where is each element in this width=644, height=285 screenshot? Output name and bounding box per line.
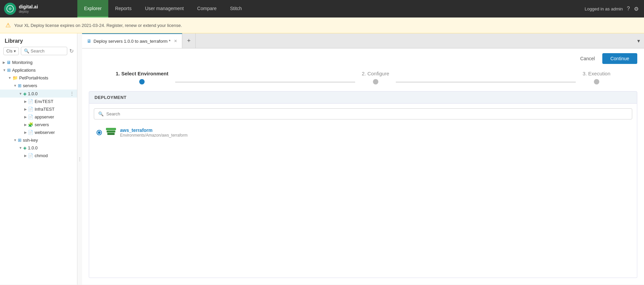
folder-icon: 📁: [12, 75, 18, 80]
tree-label: chmod: [35, 153, 48, 158]
search-input[interactable]: [31, 48, 64, 54]
nav-item-compare[interactable]: Compare: [190, 0, 223, 17]
environment-details: aws_terraform Environments/Amazon/aws_te…: [120, 128, 188, 138]
arrow-icon: ▼: [3, 68, 6, 72]
tree-label: Applications: [12, 68, 36, 73]
library-title: Library: [0, 33, 77, 47]
settings-icon[interactable]: ⚙: [634, 6, 639, 12]
tree-item-chmod[interactable]: ▶ 📄 chmod: [0, 152, 77, 159]
arrow-icon: ▶: [24, 100, 27, 103]
grid-icon: ⊞: [18, 138, 22, 143]
svg-rect-3: [107, 131, 115, 133]
arrow-icon: ▶: [24, 154, 27, 157]
puzzle-icon: 🧩: [28, 122, 33, 127]
logo-sub: deploy: [19, 10, 38, 13]
tab-close-button[interactable]: ✕: [174, 39, 177, 43]
ci-dropdown[interactable]: CIs ▾: [3, 47, 19, 55]
main-layout: Library CIs ▾ 🔍 ↻ ▶ 🖥 Monitoring ▼ ⊞: [0, 33, 644, 285]
doc-icon: 📄: [28, 130, 33, 135]
radio-selected: [98, 131, 101, 134]
step-connector-2: [396, 82, 576, 82]
tree-item-envtest[interactable]: ▶ 📄 EnvTEST: [0, 98, 77, 105]
environment-item-aws-terraform[interactable]: aws_terraform Environments/Amazon/aws_te…: [94, 124, 632, 141]
tree-item-version-1-0-0[interactable]: ▼ ◈ 1.0.0 ⋮: [0, 90, 77, 98]
nav-item-reports[interactable]: Reports: [108, 0, 138, 17]
tree-label: PetPortalHosts: [19, 75, 48, 80]
search-bar: CIs ▾ 🔍 ↻: [0, 47, 77, 59]
logo-area: digital.ai deploy: [0, 3, 77, 15]
tree-item-webserver[interactable]: ▶ 📄 webserver: [0, 129, 77, 136]
doc-icon: 📄: [28, 153, 33, 158]
env-search-icon: 🔍: [98, 111, 104, 116]
tabs-bar: 🖥 Deploy servers 1.0.0 to aws_terraform …: [82, 33, 644, 48]
step-3: 3. Execution: [582, 71, 610, 84]
help-icon[interactable]: ?: [627, 6, 630, 12]
tree-label: servers: [23, 83, 37, 88]
cube-icon: ◈: [23, 145, 27, 150]
continue-button[interactable]: Continue: [602, 53, 637, 64]
tab-icon: 🖥: [87, 38, 91, 44]
nav-items: Explorer Reports User management Compare…: [77, 0, 249, 17]
apps-icon: ⊞: [7, 68, 11, 73]
tree-item-ssh-key[interactable]: ▼ ⊞ ssh-key: [0, 136, 77, 144]
step-connector-1: [175, 82, 355, 82]
nav-item-explorer[interactable]: Explorer: [77, 0, 108, 17]
tree-item-servers[interactable]: ▼ ⊞ servers: [0, 82, 77, 90]
warning-banner: ⚠ Your XL Deploy license expires on 2021…: [0, 17, 644, 33]
environment-icon: [106, 128, 116, 137]
search-input-wrap: 🔍: [21, 47, 67, 55]
tree-label: webserver: [35, 130, 55, 135]
svg-rect-2: [106, 128, 116, 130]
tree-area: ▶ 🖥 Monitoring ▼ ⊞ Applications ▼ 📁 PetP…: [0, 59, 77, 285]
arrow-icon: ▶: [3, 61, 5, 64]
tree-label: 1.0.0: [28, 91, 38, 96]
tree-label: servers: [35, 122, 49, 127]
tree-item-petportalhosts[interactable]: ▼ 📁 PetPortalHosts: [0, 74, 77, 82]
arrow-icon: ▼: [13, 84, 17, 87]
logged-in-label: Logged in as admin: [585, 6, 623, 11]
step-2: 2. Configure: [362, 71, 389, 84]
grid-icon: ⊞: [18, 83, 22, 88]
warning-icon: ⚠: [5, 22, 11, 29]
step-1: 1. Select Environment: [116, 71, 168, 84]
cancel-button[interactable]: Cancel: [576, 54, 599, 63]
more-options-icon[interactable]: ⋮: [70, 91, 74, 96]
tab-dropdown-icon[interactable]: ▾: [633, 38, 644, 44]
arrow-icon: ▶: [24, 115, 27, 119]
chevron-down-icon: ▾: [14, 49, 16, 54]
tree-item-applications[interactable]: ▼ ⊞ Applications: [0, 66, 77, 74]
arrow-icon: ▼: [19, 146, 22, 150]
step-3-dot: [594, 79, 599, 84]
radio-button[interactable]: [97, 130, 102, 135]
environment-path: Environments/Amazon/aws_terraform: [120, 133, 188, 138]
tree-label: Monitoring: [12, 60, 33, 65]
deploy-tab[interactable]: 🖥 Deploy servers 1.0.0 to aws_terraform …: [82, 33, 182, 48]
stepper: 1. Select Environment 2. Configure 3. Ex…: [82, 64, 644, 91]
search-icon: 🔍: [24, 48, 29, 54]
tree-label: appserver: [35, 114, 54, 119]
deploy-panel: Cancel Continue 1. Select Environment 2.…: [82, 48, 644, 285]
tree-item-version-1-0-0-b[interactable]: ▼ ◈ 1.0.0: [0, 144, 77, 152]
step-1-label: 1. Select Environment: [116, 71, 168, 76]
environment-search-input[interactable]: [106, 111, 628, 116]
svg-rect-4: [107, 133, 115, 135]
nav-item-user-management[interactable]: User management: [138, 0, 190, 17]
sidebar: Library CIs ▾ 🔍 ↻ ▶ 🖥 Monitoring ▼ ⊞: [0, 33, 77, 285]
refresh-icon[interactable]: ↻: [69, 48, 74, 54]
tree-item-infratest[interactable]: ▶ 📄 InfraTEST: [0, 105, 77, 113]
doc-icon: 📄: [28, 114, 33, 119]
arrow-icon: ▼: [19, 92, 22, 96]
deployment-header: DEPLOYMENT: [89, 91, 637, 104]
arrow-icon: ▶: [24, 123, 27, 127]
step-2-dot: [373, 79, 378, 84]
tree-item-appserver[interactable]: ▶ 📄 appserver: [0, 113, 77, 121]
vertical-divider[interactable]: ⋮: [77, 33, 82, 285]
arrow-icon: ▶: [24, 131, 27, 134]
new-tab-button[interactable]: +: [182, 33, 196, 48]
deployment-section: DEPLOYMENT 🔍: [82, 91, 644, 285]
tree-item-monitoring[interactable]: ▶ 🖥 Monitoring: [0, 59, 77, 66]
tree-item-servers-child[interactable]: ▶ 🧩 servers: [0, 121, 77, 129]
svg-point-1: [9, 8, 11, 9]
nav-item-stitch[interactable]: Stitch: [223, 0, 249, 17]
doc-icon: 📄: [28, 107, 33, 112]
